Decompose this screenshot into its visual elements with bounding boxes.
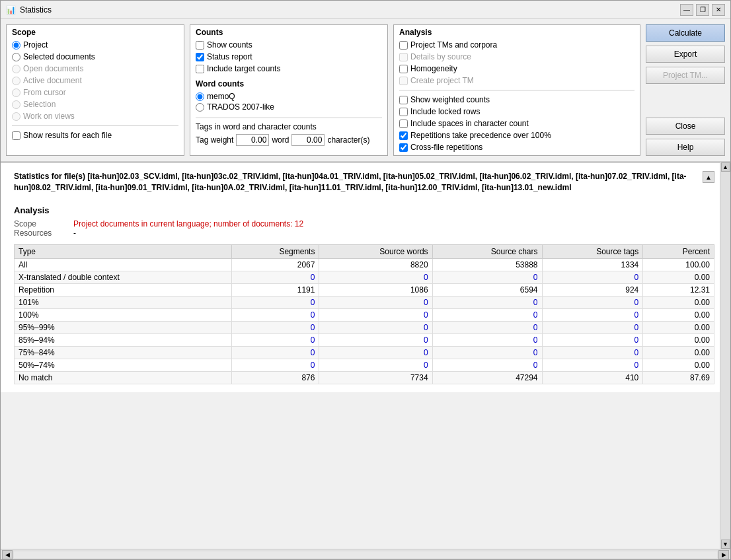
cell-percent: 87.69: [643, 371, 714, 384]
table-row: 75%–84%00000.00: [15, 346, 714, 359]
details-by-source-check[interactable]: Details by source: [399, 52, 635, 62]
scope-title: Scope: [12, 28, 178, 37]
analysis-check-group: Project TMs and corpora Details by sourc…: [399, 40, 635, 86]
collapse-button[interactable]: ▲: [703, 171, 714, 183]
cell-percent: 12.31: [643, 283, 714, 296]
title-bar-left: 📊 Statistics: [6, 5, 52, 15]
cell-type: 85%–94%: [15, 333, 232, 346]
col-percent: Percent: [643, 244, 714, 258]
char-weight-input[interactable]: [291, 134, 325, 146]
table-row: 100%00000.00: [15, 308, 714, 321]
top-panel: Scope Project Selected documents Open do…: [1, 19, 730, 162]
create-project-tm-check[interactable]: Create project TM: [399, 75, 635, 86]
help-button[interactable]: Help: [646, 139, 725, 156]
title-bar: 📊 Statistics — ❐ ✕: [1, 1, 730, 19]
close-button[interactable]: Close: [646, 118, 725, 135]
scroll-right-button[interactable]: ▶: [718, 550, 729, 559]
cell-type: X-translated / double context: [15, 271, 232, 283]
cell-source_tags: 0: [542, 321, 643, 333]
counts-check-group: Show counts Status report Include target…: [196, 40, 382, 74]
project-tm-button[interactable]: Project TM...: [646, 67, 725, 84]
analysis-title: Analysis: [399, 28, 635, 37]
scope-active-doc[interactable]: Active document: [12, 75, 178, 86]
stats-header: Statistics for file(s) [ita-hun]02.03_SC…: [14, 171, 697, 193]
scope-selected-docs[interactable]: Selected documents: [12, 52, 178, 62]
scope-work-on-views[interactable]: Work on views: [12, 111, 178, 122]
col-source-chars: Source chars: [432, 244, 542, 258]
cell-source_words: 0: [319, 271, 432, 283]
analysis-results-title: Analysis: [14, 205, 714, 215]
cell-source_tags: 410: [542, 371, 643, 384]
cell-source_chars: 0: [432, 359, 542, 371]
cross-file-repetitions-label: Cross-file repetitions: [410, 143, 482, 152]
show-weighted-check[interactable]: Show weighted counts: [399, 94, 635, 105]
scope-from-cursor[interactable]: From cursor: [12, 87, 178, 98]
homogeneity-check[interactable]: Homogeneity: [399, 63, 635, 74]
counts-box: Counts Show counts Status report Include…: [190, 24, 388, 156]
word-counts-section: Word counts memoQ TRADOS 2007-like: [196, 79, 382, 112]
include-spaces-check[interactable]: Include spaces in character count: [399, 118, 635, 129]
table-row: X-translated / double context00000.00: [15, 271, 714, 283]
cell-percent: 0.00: [643, 308, 714, 321]
status-report-check[interactable]: Status report: [196, 52, 382, 62]
cell-percent: 0.00: [643, 271, 714, 283]
cell-source_tags: 0: [542, 296, 643, 308]
tag-weight-input[interactable]: [236, 134, 269, 146]
cell-type: 100%: [15, 308, 232, 321]
cell-type: 95%–99%: [15, 321, 232, 333]
cell-percent: 0.00: [643, 333, 714, 346]
include-target-counts-label: Include target counts: [207, 64, 280, 73]
cell-percent: 0.00: [643, 296, 714, 308]
include-target-counts-check[interactable]: Include target counts: [196, 63, 382, 74]
close-button[interactable]: ✕: [712, 4, 725, 16]
scope-open-docs-label: Open documents: [23, 64, 83, 73]
cell-source_words: 7734: [319, 371, 432, 384]
repetitions-precedence-check[interactable]: Repetitions take precedence over 100%: [399, 130, 635, 141]
scroll-left-button[interactable]: ◀: [2, 550, 13, 559]
show-results-each-file[interactable]: Show results for each file: [12, 130, 178, 141]
project-tms-check[interactable]: Project TMs and corpora: [399, 40, 635, 50]
cell-source_words: 0: [319, 359, 432, 371]
scroll-down-button[interactable]: ▼: [721, 540, 730, 549]
show-results-each-file-label: Show results for each file: [23, 131, 112, 140]
cell-source_chars: 6594: [432, 283, 542, 296]
restore-button[interactable]: ❐: [696, 4, 709, 16]
char-label: character(s): [327, 135, 369, 145]
scroll-up-button[interactable]: ▲: [721, 162, 730, 172]
cell-source_tags: 0: [542, 346, 643, 359]
bottom-area: Statistics for file(s) [ita-hun]02.03_SC…: [1, 162, 730, 549]
minimize-button[interactable]: —: [680, 4, 693, 16]
results-table: Type Segments Source words Source chars …: [14, 244, 714, 384]
include-locked-check[interactable]: Include locked rows: [399, 106, 635, 117]
scope-project-label: Project: [23, 40, 48, 50]
wc-trados[interactable]: TRADOS 2007-like: [196, 102, 382, 112]
cell-source_words: 0: [319, 308, 432, 321]
show-counts-check[interactable]: Show counts: [196, 40, 382, 50]
tag-section: Tags in word and character counts Tag we…: [196, 118, 382, 146]
cell-percent: 100.00: [643, 258, 714, 271]
calculate-button[interactable]: Calculate: [646, 24, 725, 42]
cell-source_words: 8820: [319, 258, 432, 271]
cell-source_words: 1086: [319, 283, 432, 296]
col-source-words: Source words: [319, 244, 432, 258]
meta-scope-row: Scope Project documents in current langu…: [14, 219, 714, 228]
export-button[interactable]: Export: [646, 46, 725, 63]
include-locked-label: Include locked rows: [410, 107, 480, 116]
title-bar-controls: — ❐ ✕: [680, 4, 725, 16]
cell-source_tags: 0: [542, 359, 643, 371]
project-tms-label: Project TMs and corpora: [410, 40, 497, 50]
cell-source_chars: 0: [432, 296, 542, 308]
homogeneity-label: Homogeneity: [410, 64, 457, 73]
bottom-panel: Statistics for file(s) [ita-hun]02.03_SC…: [1, 162, 730, 392]
scope-project[interactable]: Project: [12, 40, 178, 50]
cross-file-repetitions-check[interactable]: Cross-file repetitions: [399, 142, 635, 153]
cell-source_chars: 53888: [432, 258, 542, 271]
scope-open-docs[interactable]: Open documents: [12, 63, 178, 74]
cell-segments: 0: [231, 346, 319, 359]
scope-selection[interactable]: Selection: [12, 99, 178, 110]
wc-memoq[interactable]: memoQ: [196, 91, 382, 102]
cell-source_words: 0: [319, 346, 432, 359]
cell-percent: 0.00: [643, 359, 714, 371]
cell-percent: 0.00: [643, 321, 714, 333]
cell-segments: 0: [231, 359, 319, 371]
